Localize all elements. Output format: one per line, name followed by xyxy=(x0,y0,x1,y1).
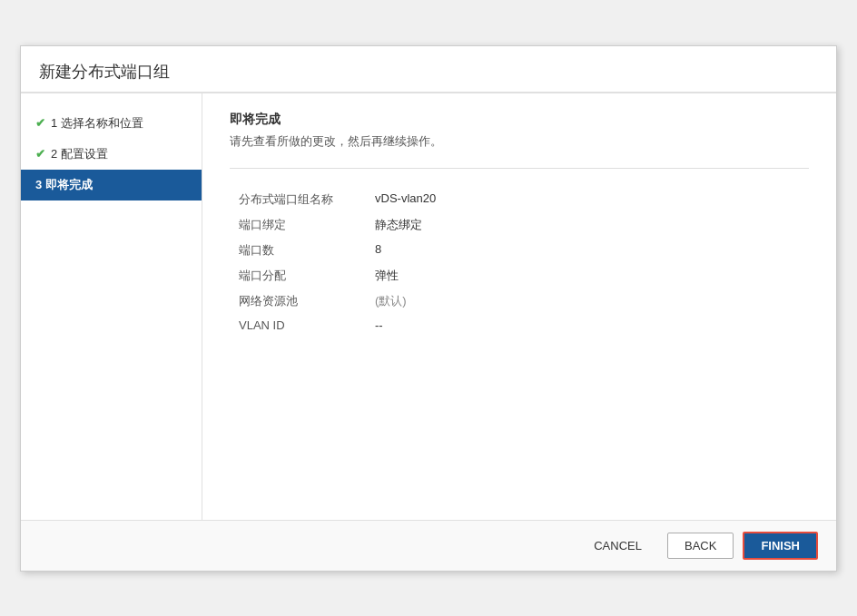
info-label-5: VLAN ID xyxy=(230,314,375,337)
info-value-2: 8 xyxy=(375,238,809,263)
info-row-5: VLAN ID -- xyxy=(230,314,809,337)
info-label-3: 端口分配 xyxy=(230,263,375,288)
checkmark-icon-step1: ✔ xyxy=(35,116,45,130)
info-value-1: 静态绑定 xyxy=(375,212,809,238)
info-value-0: vDS-vlan20 xyxy=(375,187,809,212)
cancel-button[interactable]: CANCEL xyxy=(577,533,658,558)
section-title: 即将完成 xyxy=(230,112,809,128)
info-value-5: -- xyxy=(375,314,809,337)
sidebar-item-step3[interactable]: 3 即将完成 xyxy=(21,170,202,200)
info-row-1: 端口绑定 静态绑定 xyxy=(230,212,809,238)
info-row-0: 分布式端口组名称 vDS-vlan20 xyxy=(230,187,809,212)
sidebar-item-step1[interactable]: ✔ 1 选择名称和位置 xyxy=(21,108,202,139)
info-label-2: 端口数 xyxy=(230,238,375,263)
dialog-footer: CANCEL BACK FINISH xyxy=(21,520,836,571)
checkmark-icon-step2: ✔ xyxy=(35,147,45,161)
dialog-body: ✔ 1 选择名称和位置 ✔ 2 配置设置 3 即将完成 即将完成 请先查看所做的… xyxy=(21,93,836,520)
info-label-0: 分布式端口组名称 xyxy=(230,187,375,212)
sidebar-item-label-step1: 1 选择名称和位置 xyxy=(51,115,143,132)
info-row-3: 端口分配 弹性 xyxy=(230,263,809,288)
dialog-title: 新建分布式端口组 xyxy=(39,61,818,83)
dialog-container: 新建分布式端口组 ✔ 1 选择名称和位置 ✔ 2 配置设置 3 即将完成 即将完… xyxy=(20,45,837,572)
dialog-header: 新建分布式端口组 xyxy=(21,46,836,93)
section-divider xyxy=(230,168,809,169)
sidebar: ✔ 1 选择名称和位置 ✔ 2 配置设置 3 即将完成 xyxy=(21,93,202,520)
back-button[interactable]: BACK xyxy=(667,533,734,559)
info-label-4: 网络资源池 xyxy=(230,288,375,314)
info-label-1: 端口绑定 xyxy=(230,212,375,238)
info-row-4: 网络资源池 (默认) xyxy=(230,288,809,314)
sidebar-item-label-step3: 3 即将完成 xyxy=(35,177,93,193)
info-row-2: 端口数 8 xyxy=(230,238,809,263)
main-content: 即将完成 请先查看所做的更改，然后再继续操作。 分布式端口组名称 vDS-vla… xyxy=(202,93,836,520)
sidebar-item-step2[interactable]: ✔ 2 配置设置 xyxy=(21,139,202,170)
section-desc: 请先查看所做的更改，然后再继续操作。 xyxy=(230,133,809,150)
info-value-4: (默认) xyxy=(375,288,809,314)
info-value-3: 弹性 xyxy=(375,263,809,288)
info-table: 分布式端口组名称 vDS-vlan20 端口绑定 静态绑定 端口数 8 端口分配… xyxy=(230,187,809,337)
finish-button[interactable]: FINISH xyxy=(743,532,818,560)
sidebar-item-label-step2: 2 配置设置 xyxy=(51,146,108,162)
